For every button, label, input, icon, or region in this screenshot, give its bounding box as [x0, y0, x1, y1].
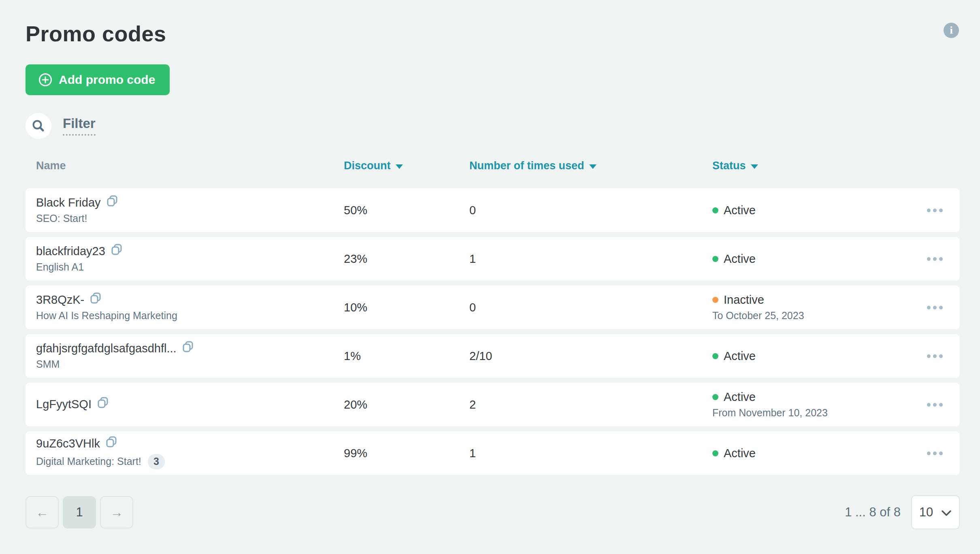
status-label: Active — [724, 252, 756, 266]
page-size-select[interactable]: 10 — [911, 495, 960, 529]
promo-name: LgFyytSQI — [36, 398, 92, 411]
column-header-discount[interactable]: Discount — [344, 160, 469, 172]
row-menu-ellipsis-icon[interactable] — [926, 350, 944, 362]
promo-subtitle-line: How AI Is Reshaping Marketing — [36, 310, 344, 322]
name-cell: blackfriday23 English A1 — [36, 245, 344, 273]
column-header-name: Name — [36, 160, 344, 172]
discount-value: 99% — [344, 447, 469, 460]
promo-subtitle-line: SEO: Start! — [36, 213, 344, 224]
status-detail: From November 10, 2023 — [712, 407, 915, 419]
promo-subtitle: How AI Is Reshaping Marketing — [36, 310, 177, 322]
filter-label[interactable]: Filter — [63, 116, 96, 136]
name-cell: 3R8QzK- How AI Is Reshaping Marketing — [36, 293, 344, 322]
status-cell: Active — [712, 349, 915, 363]
row-menu-ellipsis-icon[interactable] — [926, 447, 944, 459]
add-promo-code-button[interactable]: Add promo code — [26, 64, 170, 95]
row-menu-ellipsis-icon[interactable] — [926, 399, 944, 411]
page-size-value: 10 — [919, 505, 933, 520]
status-dot-icon — [712, 353, 718, 359]
page-title: Promo codes — [26, 21, 960, 46]
status-detail: To October 25, 2023 — [712, 310, 915, 322]
column-header-status[interactable]: Status — [712, 160, 915, 172]
copy-icon[interactable] — [107, 195, 118, 207]
status-dot-icon — [712, 450, 718, 456]
name-cell: LgFyytSQI — [36, 398, 344, 411]
page-number-button[interactable]: 1 — [63, 496, 96, 528]
discount-value: 23% — [344, 252, 469, 266]
promo-name: blackfriday23 — [36, 245, 105, 258]
status-cell: Active — [712, 252, 915, 266]
table-row: 9uZ6c3VHlk Digital Marketing: Start! 3 9… — [26, 431, 960, 475]
sort-caret-icon — [396, 164, 403, 169]
name-cell: gfahjsrgfgafdglsafgasdhfl... SMM — [36, 342, 344, 370]
copy-icon[interactable] — [97, 397, 109, 408]
discount-value: 1% — [344, 349, 469, 363]
times-used-value: 2 — [469, 398, 712, 411]
promo-subtitle-line: English A1 — [36, 261, 344, 273]
copy-icon[interactable] — [182, 341, 194, 352]
promo-name: 3R8QzK- — [36, 293, 84, 307]
promo-subtitle: Digital Marketing: Start! — [36, 456, 141, 467]
name-cell: 9uZ6c3VHlk Digital Marketing: Start! 3 — [36, 437, 344, 469]
row-menu-ellipsis-icon[interactable] — [926, 253, 944, 265]
plus-circle-icon — [38, 73, 52, 87]
status-dot-icon — [712, 297, 718, 303]
discount-value: 50% — [344, 204, 469, 217]
status-dot-icon — [712, 394, 718, 400]
table-row: 3R8QzK- How AI Is Reshaping Marketing 10… — [26, 286, 960, 329]
promo-subtitle-line: Digital Marketing: Start! 3 — [36, 454, 344, 469]
sort-caret-icon — [751, 164, 758, 169]
times-used-value: 2/10 — [469, 349, 712, 363]
copy-icon[interactable] — [111, 244, 122, 255]
promo-name: Black Friday — [36, 196, 101, 209]
row-menu-ellipsis-icon[interactable] — [926, 205, 944, 216]
table-header: Name Discount Number of times used Statu… — [26, 155, 960, 176]
promo-name: 9uZ6c3VHlk — [36, 437, 100, 450]
info-icon[interactable]: i — [944, 23, 959, 38]
table-row: gfahjsrgfgafdglsafgasdhfl... SMM 1% 2/10 — [26, 334, 960, 378]
filter-bar: Filter — [26, 113, 960, 139]
promo-name: gfahjsrgfgafdglsafgasdhfl... — [36, 342, 177, 355]
name-cell: Black Friday SEO: Start! — [36, 196, 344, 224]
times-used-value: 1 — [469, 252, 712, 266]
add-promo-code-label: Add promo code — [59, 73, 155, 87]
status-label: Active — [724, 204, 756, 217]
times-used-value: 1 — [469, 447, 712, 460]
table-body: Black Friday SEO: Start! 50% 0 — [26, 188, 960, 475]
discount-value: 20% — [344, 398, 469, 411]
search-icon[interactable] — [26, 113, 51, 139]
promo-subtitle: English A1 — [36, 261, 84, 273]
status-label: Inactive — [724, 293, 764, 307]
promo-subtitle: SMM — [36, 358, 60, 370]
discount-value: 10% — [344, 301, 469, 314]
times-used-value: 0 — [469, 204, 712, 217]
sort-caret-icon — [589, 164, 597, 169]
row-menu-ellipsis-icon[interactable] — [926, 302, 944, 313]
next-page-button[interactable]: → — [100, 496, 133, 528]
status-label: Active — [724, 447, 756, 460]
chevron-down-icon — [941, 505, 952, 520]
table-row: blackfriday23 English A1 23% 1 — [26, 237, 960, 281]
pagination-range-label: 1 ... 8 of 8 — [845, 505, 901, 520]
status-label: Active — [724, 349, 756, 363]
copy-icon[interactable] — [106, 436, 117, 447]
prev-page-button[interactable]: ← — [26, 496, 59, 528]
table-row: LgFyytSQI 20% 2 Active From Nov — [26, 383, 960, 426]
times-used-value: 0 — [469, 301, 712, 314]
status-label: Active — [724, 390, 756, 404]
promo-codes-page: Promo codes i Add promo code Filter Name… — [0, 0, 980, 554]
status-cell: Active From November 10, 2023 — [712, 390, 915, 419]
table-row: Black Friday SEO: Start! 50% 0 — [26, 188, 960, 232]
status-dot-icon — [712, 256, 718, 262]
count-badge: 3 — [148, 454, 165, 469]
status-cell: Active — [712, 447, 915, 460]
promo-subtitle-line: SMM — [36, 358, 344, 370]
status-dot-icon — [712, 207, 718, 213]
copy-icon[interactable] — [90, 292, 101, 304]
column-header-times-used[interactable]: Number of times used — [469, 160, 712, 172]
pagination: ← 1 → 1 ... 8 of 8 10 — [26, 495, 960, 529]
status-cell: Inactive To October 25, 2023 — [712, 293, 915, 322]
promo-subtitle: SEO: Start! — [36, 213, 87, 224]
status-cell: Active — [712, 204, 915, 217]
